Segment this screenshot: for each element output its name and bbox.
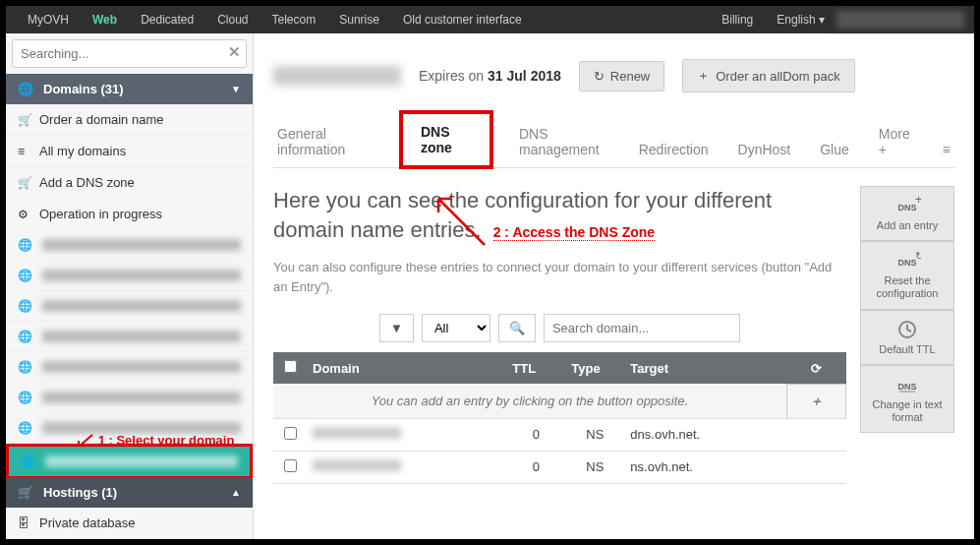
- action-add-entry[interactable]: DNS+ Add an entry: [860, 186, 954, 241]
- row-checkbox[interactable]: [284, 427, 297, 440]
- tab-dns-zone[interactable]: DNS zone: [399, 110, 493, 169]
- cart-icon: 🛒: [18, 485, 33, 500]
- filter-select[interactable]: All: [422, 314, 490, 342]
- list-item[interactable]: 🌐: [6, 413, 253, 444]
- database-icon: 🗄: [18, 516, 29, 530]
- top-nav: MyOVH Web Dedicated Cloud Telecom Sunris…: [6, 6, 974, 33]
- domains-title: Domains (31): [43, 82, 124, 96]
- list-item[interactable]: 🌐: [6, 322, 253, 352]
- globe-icon: 🌐: [18, 330, 32, 343]
- sidebar-section-domains[interactable]: 🌐 Domains (31) ▼: [6, 74, 253, 104]
- cell-domain: [307, 418, 506, 451]
- cell-type: NS: [565, 451, 624, 483]
- list-item[interactable]: 🌐: [6, 352, 253, 383]
- dns-table: Domain TTL Type Target ⟳ You can add an …: [273, 352, 846, 484]
- filter-icon: ▼: [390, 321, 403, 335]
- cell-target: dns.ovh.net.: [624, 418, 786, 451]
- nav-telecom[interactable]: Telecom: [260, 13, 328, 27]
- tab-more[interactable]: More +: [875, 116, 917, 167]
- col-refresh[interactable]: ⟳: [787, 352, 846, 384]
- search-button[interactable]: 🔍: [498, 314, 536, 342]
- plus-icon: ＋: [697, 67, 710, 85]
- col-checkbox: [273, 352, 307, 384]
- nav-web[interactable]: Web: [81, 13, 129, 27]
- list-item[interactable]: 🌐: [6, 383, 253, 413]
- svg-text:DNS: DNS: [897, 258, 916, 268]
- action-panel: DNS+ Add an entry DNS↻ Reset the configu…: [860, 186, 954, 484]
- page-description: Here you can see the configuration for y…: [273, 186, 846, 244]
- globe-icon: 🌐: [18, 269, 32, 282]
- sidebar-item-operations[interactable]: ⚙Operation in progress: [6, 199, 253, 230]
- nav-cloud[interactable]: Cloud: [205, 13, 259, 27]
- row-checkbox[interactable]: [284, 459, 297, 472]
- col-type: Type: [565, 352, 624, 384]
- svg-text:+: +: [915, 195, 921, 207]
- globe-icon: 🌐: [18, 391, 32, 404]
- search-clear-icon[interactable]: ✕: [228, 43, 241, 61]
- sidebar-item-add-dns[interactable]: 🛒Add a DNS zone: [6, 167, 253, 199]
- nav-dedicated[interactable]: Dedicated: [129, 13, 205, 27]
- cart-icon: 🛒: [18, 176, 32, 190]
- order-alldom-button[interactable]: ＋Order an allDom pack: [682, 59, 854, 92]
- list-item-selected[interactable]: 🌐: [6, 444, 253, 477]
- list-item[interactable]: 🌐: [6, 261, 253, 291]
- page-hint: You can also configure these entries to …: [273, 258, 846, 296]
- list-item[interactable]: 🌐: [6, 230, 253, 261]
- nav-language[interactable]: English ▾: [765, 13, 836, 27]
- filter-button[interactable]: ▼: [379, 314, 414, 342]
- action-text-format[interactable]: DNS Change in text format: [860, 365, 954, 433]
- filter-toolbar: ▼ All 🔍: [273, 314, 846, 342]
- sidebar-item-order-domain[interactable]: 🛒Order a domain name: [6, 104, 253, 136]
- action-default-ttl[interactable]: Default TTL: [860, 310, 954, 365]
- sidebar-section-hostings[interactable]: 🛒 Hostings (1) ▲: [6, 477, 253, 508]
- domain-list: 🌐 🌐 🌐 🌐 🌐 🌐 🌐 1 : Select your domain 🌐: [6, 230, 253, 477]
- globe-icon: 🌐: [18, 238, 32, 252]
- select-all-checkbox[interactable]: [284, 360, 297, 373]
- cart-icon: 🛒: [18, 113, 32, 127]
- nav-sunrise[interactable]: Sunrise: [327, 13, 391, 27]
- tab-dns-management[interactable]: DNS management: [515, 116, 613, 167]
- search-input[interactable]: [12, 39, 247, 68]
- tab-dynhost[interactable]: DynHost: [734, 132, 795, 167]
- list-item[interactable]: 🌐: [6, 291, 253, 322]
- tab-menu-icon[interactable]: ≡: [939, 132, 954, 167]
- nav-old-interface[interactable]: Old customer interface: [391, 13, 534, 27]
- cell-domain: [307, 451, 506, 483]
- sidebar-search: ✕: [6, 33, 253, 74]
- col-target: Target: [624, 352, 786, 384]
- tab-bar: General information DNS zone DNS managem…: [273, 110, 954, 168]
- expiry-text: Expires on 31 Jul 2018: [419, 68, 561, 84]
- renew-button[interactable]: ↻Renew: [579, 61, 664, 91]
- search-icon: 🔍: [509, 321, 525, 335]
- svg-text:DNS: DNS: [897, 203, 916, 212]
- refresh-icon: ⟳: [811, 361, 822, 376]
- nav-billing[interactable]: Billing: [710, 13, 765, 27]
- refresh-icon: ↻: [594, 69, 605, 84]
- cell-target: ns.ovh.net.: [624, 451, 786, 483]
- col-domain: Domain: [307, 352, 506, 384]
- tab-glue[interactable]: Glue: [816, 132, 853, 167]
- col-ttl: TTL: [506, 352, 565, 384]
- cell-ttl: 0: [506, 451, 565, 483]
- globe-icon: 🌐: [18, 82, 33, 96]
- globe-icon: 🌐: [18, 421, 32, 435]
- domain-search-input[interactable]: [544, 314, 740, 342]
- action-reset-config[interactable]: DNS↻ Reset the configuration: [860, 241, 954, 309]
- sidebar-item-all-domains[interactable]: ≡All my domains: [6, 136, 253, 167]
- nav-brand[interactable]: MyOVH: [16, 13, 81, 27]
- tab-general-info[interactable]: General information: [273, 116, 377, 167]
- globe-icon: 🌐: [18, 360, 32, 374]
- list-icon: ≡: [18, 145, 25, 158]
- sidebar-item-private-db[interactable]: 🗄Private database: [6, 508, 253, 539]
- sidebar: ✕ 🌐 Domains (31) ▼ 🛒Order a domain name …: [6, 33, 254, 539]
- table-row: 0 NS dns.ovh.net.: [273, 418, 846, 451]
- domain-name-heading: [273, 66, 401, 86]
- svg-text:↻: ↻: [915, 250, 921, 262]
- cell-ttl: 0: [506, 418, 565, 451]
- annotation-step2: 2 : Access the DNS Zone: [493, 224, 655, 241]
- tab-redirection[interactable]: Redirection: [635, 132, 713, 167]
- hostings-title: Hostings (1): [43, 485, 117, 500]
- nav-user-menu[interactable]: [836, 11, 964, 29]
- domain-header: Expires on 31 Jul 2018 ↻Renew ＋Order an …: [273, 59, 954, 92]
- add-entry-button[interactable]: ＋: [787, 384, 846, 418]
